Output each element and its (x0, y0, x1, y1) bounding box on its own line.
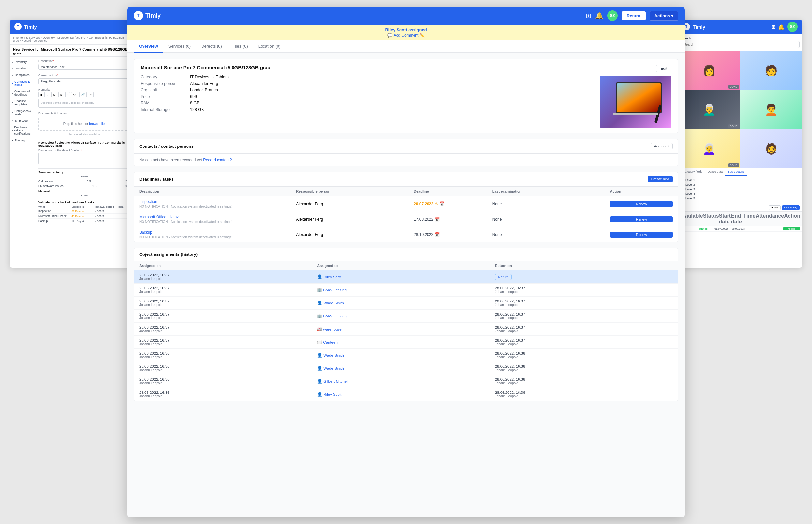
avatar-cell-6: 🧔 (740, 129, 802, 168)
sidebar-item-training[interactable]: Training (10, 137, 36, 144)
sidebar-item-employee[interactable]: Employee (10, 117, 36, 124)
office-calendar-icon[interactable]: 📅 (434, 217, 440, 222)
search-input[interactable] (681, 41, 800, 48)
tab-services[interactable]: Services (0) (163, 40, 196, 52)
office-responsible: Alexander Ferg (296, 217, 414, 222)
tab-overview[interactable]: Overview (134, 40, 163, 52)
defect-textarea[interactable] (38, 153, 131, 164)
assign-to-riley-scott[interactable]: 👤 Riley Scott (317, 274, 495, 279)
left-background-panel: T Timly Inventory & Services › Overview … (10, 20, 134, 267)
inspection-last-exam: None (492, 202, 610, 206)
assign-to-gilbert[interactable]: 👤 Gilbert Mitchel (317, 379, 495, 384)
sidebar-item-companies[interactable]: Companies (10, 72, 36, 78)
assign-to-wade-smith-1[interactable]: 👤 Wade Smith (317, 300, 495, 306)
sidebar-item-employee-skills[interactable]: Employee skills & certifications (10, 124, 36, 137)
assign-to-bmw-1[interactable]: 🏢 BMW Leasing (317, 288, 495, 292)
underline-btn[interactable]: U (51, 92, 57, 97)
material-section: Material Count (38, 190, 131, 197)
link-btn[interactable]: 🔗 (79, 92, 87, 97)
contacts-add-edit-btn[interactable]: Add / edit (650, 143, 673, 149)
right-data-header: Available % Status Start date End date T… (678, 212, 802, 226)
assign-to-wade-smith-3[interactable]: 👤 Wade Smith (317, 366, 495, 371)
sidebar-item-location[interactable]: Location (10, 65, 36, 72)
right-tab-basic-setting[interactable]: Basic setting (725, 168, 747, 176)
carried-out-label: Carried out by* (38, 74, 131, 77)
backup-link[interactable]: Backup (139, 230, 296, 234)
remarks-textarea[interactable]: Description of the tasks... Todo list, c… (38, 99, 131, 108)
grid-icon[interactable]: ⊞ (586, 12, 591, 20)
contacts-section-header: Contacts / contact persons Add / edit (134, 139, 678, 154)
backup-renew-btn[interactable]: Renew (610, 232, 673, 238)
drop-zone[interactable]: Drop files here or browse files (38, 117, 131, 131)
left-panel-page-title: New Service for Microsoft Surface Pro 7 … (10, 45, 134, 57)
sidebar-item-categories[interactable]: Categories & fields (10, 108, 36, 117)
right-grid-icon[interactable]: ⊞ (771, 24, 776, 30)
tab-defects[interactable]: Defects (0) (196, 40, 227, 52)
assigned-action: assigned (408, 28, 426, 32)
code-btn[interactable]: <> (71, 92, 79, 97)
assign-to-riley-scott-2[interactable]: 👤 Riley Scott (317, 392, 495, 397)
tab-location[interactable]: Location (0) (253, 40, 286, 52)
sidebar-item-inventory[interactable]: Inventory (10, 59, 36, 65)
filter-community-btn[interactable]: Community (782, 205, 800, 210)
edit-button[interactable]: Edit (656, 65, 672, 72)
contacts-section-card: Contacts / contact persons Add / edit No… (134, 139, 678, 166)
price-label: Price (140, 94, 186, 99)
bell-icon[interactable]: 🔔 (595, 12, 603, 20)
return-button[interactable]: Return (622, 12, 646, 20)
validated-row-inspection: Inspection 31 Days ⚠ 2 Years (38, 209, 131, 214)
office-renew-btn[interactable]: Renew (610, 216, 673, 222)
sidebar-item-contacts[interactable]: Contacts & Items (10, 78, 36, 88)
item-header-card: Microsoft Surface Pro 7 Commercial i5 8G… (134, 59, 678, 133)
carried-out-input[interactable] (38, 78, 131, 84)
sidebar-item-deadlines[interactable]: Overview of deadlines (10, 88, 36, 98)
right-tab-usage-data[interactable]: Usage data (705, 168, 725, 176)
quote-btn[interactable]: " (65, 92, 70, 97)
assign-to-wade-smith-2[interactable]: 👤 Wade Smith (317, 353, 495, 358)
assignments-title: Object assignments (history) (139, 252, 198, 257)
item-details-grid: Category IT Devices → Tablets Responsibl… (140, 75, 593, 112)
return-sm-btn-1[interactable]: Return (495, 274, 512, 280)
storage-label: Internal Storage (140, 107, 186, 112)
item-header-left: Microsoft Surface Pro 7 Commercial i5 8G… (140, 65, 593, 112)
assign-to-canteen[interactable]: 🍽️ Canteen (317, 340, 495, 345)
office-link[interactable]: Microsoft Office Lizenz (139, 215, 296, 219)
sidebar-item-deadline-templates[interactable]: Deadline templates (10, 98, 36, 108)
inspection-link[interactable]: Inspection (139, 199, 296, 204)
assign-to-warehouse[interactable]: 🏭 warehouse (317, 327, 495, 331)
price-value: 699 (190, 94, 593, 99)
right-panel-header: T Timly ⊞ 🔔 SZ (678, 20, 802, 34)
actions-button[interactable]: Actions ▾ (649, 11, 678, 20)
italic-btn[interactable]: I (46, 92, 51, 97)
assignments-section-header: Object assignments (history) (134, 248, 678, 261)
left-panel-header: T Timly (10, 20, 134, 34)
header-right: ⊞ 🔔 SZ Return Actions ▾ (586, 11, 678, 21)
right-avatar[interactable]: SZ (787, 21, 798, 32)
inspection-calendar-icon[interactable]: 📅 (439, 201, 444, 206)
right-bell-icon[interactable]: 🔔 (778, 24, 784, 30)
apply-btn[interactable]: Applied (783, 227, 800, 230)
drop-text: Drop files here or browse files (44, 122, 126, 126)
inspection-deadline: 20.07.2022 ⚠ (414, 202, 438, 206)
storage-value: 128 GB (190, 107, 593, 112)
backup-calendar-icon[interactable]: 📅 (434, 232, 440, 237)
inspection-renew-btn[interactable]: Renew (610, 201, 673, 207)
create-new-btn[interactable]: Create new (648, 176, 673, 182)
no-files-text: No saved files available (38, 133, 131, 136)
bold-btn[interactable]: B (38, 92, 45, 97)
add-comment-link[interactable]: 💬 Add Comment ✏️ (387, 33, 425, 37)
canteen-icon: 🍽️ (317, 340, 322, 345)
tabs-bar: Overview Services (0) Defects (0) Files … (127, 40, 685, 52)
browse-link[interactable]: browse files (89, 122, 106, 126)
assign-to-bmw-2[interactable]: 🏢 BMW Leasing (317, 314, 495, 318)
record-contact-link[interactable]: Record contact? (203, 158, 232, 162)
left-panel-breadcrumb: Inventory & Services › Overview › Micros… (10, 34, 134, 45)
list-btn[interactable]: ≡ (88, 92, 93, 97)
user-avatar[interactable]: SZ (607, 11, 618, 21)
description-input[interactable] (38, 64, 131, 70)
tab-files[interactable]: Files (0) (227, 40, 253, 52)
backup-notification: NO NOTIFICATION - Notification system de… (139, 235, 296, 239)
filter-tag-btn[interactable]: ▼ Tag (768, 205, 781, 210)
strike-btn[interactable]: S (58, 92, 64, 97)
person-icon-wade-1: 👤 (317, 300, 322, 306)
